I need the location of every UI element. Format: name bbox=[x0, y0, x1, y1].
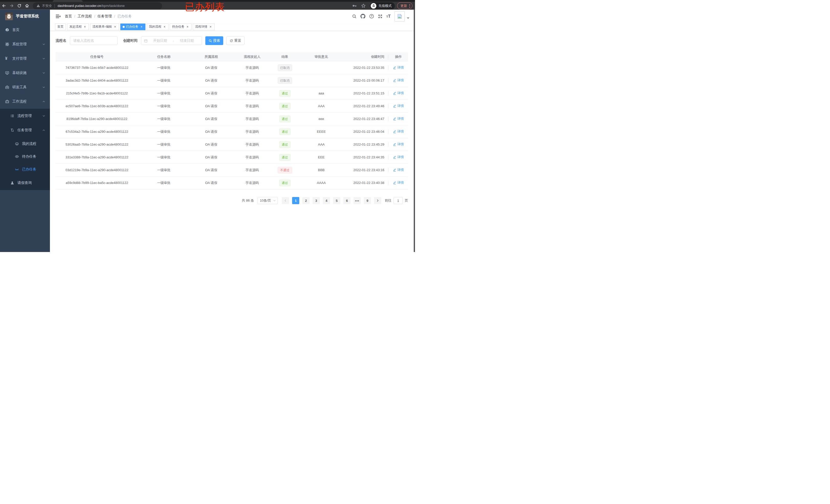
sidebar-item-我的流程[interactable]: 我的流程 bbox=[0, 137, 50, 150]
breadcrumb-item-工作流程[interactable]: 工作流程 bbox=[77, 14, 92, 19]
browser-menu-icon[interactable] bbox=[409, 4, 410, 8]
avatar-caret-icon[interactable] bbox=[407, 18, 409, 19]
reset-button[interactable]: 重置 bbox=[226, 36, 245, 45]
tab-发起流程[interactable]: 发起流程× bbox=[67, 24, 89, 30]
yen-icon: ¥ bbox=[5, 57, 9, 61]
url-divider bbox=[55, 4, 55, 8]
bookmark-star-icon[interactable] bbox=[361, 3, 366, 8]
cell-actions: 详情 bbox=[388, 104, 408, 108]
edit-pen-icon bbox=[393, 143, 396, 146]
process-name-input[interactable]: 请输入流程名 bbox=[70, 36, 118, 45]
breadcrumb-item-任务管理[interactable]: 任务管理 bbox=[98, 14, 112, 19]
sidebar-item-工作流程[interactable]: 工作流程 bbox=[0, 94, 50, 109]
github-icon[interactable] bbox=[360, 14, 365, 19]
detail-link[interactable]: 详情 bbox=[393, 116, 404, 121]
sidebar-item-基础设施[interactable]: 基础设施 bbox=[0, 66, 50, 80]
browser-forward-button[interactable] bbox=[8, 4, 15, 8]
tab-待办任务[interactable]: 待办任务× bbox=[170, 24, 191, 30]
password-key-icon[interactable] bbox=[352, 3, 357, 8]
tab-label: 首页 bbox=[57, 25, 63, 29]
tab-流程详情[interactable]: 流程详情× bbox=[193, 24, 215, 30]
detail-link[interactable]: 详情 bbox=[393, 129, 404, 134]
page-button-4[interactable]: 4 bbox=[323, 197, 330, 204]
sidebar-item-系统管理[interactable]: 系统管理 bbox=[0, 37, 50, 52]
page-size-select[interactable]: 10条/页 bbox=[258, 197, 278, 204]
avatar[interactable] bbox=[394, 11, 405, 22]
goto-page-input[interactable]: 1 bbox=[393, 197, 403, 204]
breadcrumb-item-首页[interactable]: 首页 bbox=[65, 14, 72, 19]
sidebar-item-研发工具[interactable]: 研发工具 bbox=[0, 80, 50, 94]
fullscreen-icon[interactable] bbox=[378, 14, 382, 19]
start-date-placeholder[interactable]: 开始日期 bbox=[148, 38, 172, 43]
sidebar-item-待办任务[interactable]: 待办任务 bbox=[0, 150, 50, 163]
end-date-placeholder[interactable]: 结束日期 bbox=[174, 38, 199, 43]
window-scrollbar[interactable] bbox=[414, 10, 415, 252]
tab-流程表单-编辑[interactable]: 流程表单-编辑× bbox=[90, 24, 119, 30]
cell-opinion: aaa bbox=[298, 91, 344, 95]
tab-close-icon[interactable]: × bbox=[114, 25, 117, 28]
svg-text:?: ? bbox=[371, 15, 372, 18]
address-bar[interactable]: 不安全 dashboard.yudao.iocoder.cn/bpm/task/… bbox=[33, 2, 162, 9]
page-ellipsis[interactable]: ••• bbox=[354, 197, 361, 204]
next-page-button[interactable] bbox=[374, 197, 381, 204]
tab-我的流程[interactable]: 我的流程× bbox=[147, 24, 168, 30]
sidebar-item-流程管理[interactable]: 流程管理 bbox=[0, 109, 50, 123]
detail-link[interactable]: 详情 bbox=[393, 91, 404, 95]
sidebar-item-首页[interactable]: 首页 bbox=[0, 23, 50, 37]
prev-page-button[interactable] bbox=[282, 197, 289, 204]
detail-link[interactable]: 详情 bbox=[393, 155, 404, 159]
detail-link[interactable]: 详情 bbox=[393, 78, 404, 82]
sidebar-item-label: 我的流程 bbox=[22, 141, 36, 146]
detail-link[interactable]: 详情 bbox=[393, 104, 404, 108]
detail-link[interactable]: 详情 bbox=[393, 180, 404, 185]
tab-close-icon[interactable]: × bbox=[209, 25, 212, 28]
cell-result: 通过 bbox=[272, 103, 298, 109]
help-icon[interactable]: ? bbox=[369, 14, 374, 19]
cell-actions: 详情 bbox=[388, 91, 408, 96]
sidebar-item-已办任务[interactable]: 已办任务 bbox=[0, 163, 50, 176]
search-button[interactable]: 搜索 bbox=[205, 36, 223, 45]
page-button-9[interactable]: 9 bbox=[364, 197, 371, 204]
result-badge: 已取消 bbox=[278, 64, 292, 71]
cell-create-time: 2022-01-22 23:46:04 bbox=[344, 130, 388, 134]
cell-result: 不通过 bbox=[272, 167, 298, 173]
browser-home-button[interactable] bbox=[23, 4, 31, 8]
date-range-picker[interactable]: 开始日期 - 结束日期 bbox=[141, 36, 202, 45]
page-button-3[interactable]: 3 bbox=[313, 197, 320, 204]
tab-close-icon[interactable]: × bbox=[140, 25, 143, 28]
app-logo-row[interactable]: 芋道管理系统 bbox=[0, 10, 50, 23]
column-header-创建时间: 创建时间 bbox=[344, 55, 388, 59]
cell-task-name: 一级审批 bbox=[138, 155, 189, 160]
sidebar-item-任务管理[interactable]: 任务管理 bbox=[0, 123, 50, 137]
page-button-2[interactable]: 2 bbox=[302, 197, 310, 204]
table-row: 74736737-7b9b-11ec-b5b7-acde48001122一级审批… bbox=[56, 61, 408, 74]
browser-active-tab[interactable] bbox=[53, 0, 83, 2]
edit-pen-icon bbox=[393, 104, 396, 108]
sidebar-collapse-icon[interactable] bbox=[56, 14, 61, 19]
detail-link[interactable]: 详情 bbox=[393, 142, 404, 146]
sidebar-item-请假查询[interactable]: 请假查询 bbox=[0, 176, 50, 190]
app-title: 芋道管理系统 bbox=[16, 14, 39, 19]
browser-back-button[interactable] bbox=[0, 4, 8, 8]
detail-link[interactable]: 详情 bbox=[393, 168, 404, 172]
tab-close-icon[interactable]: × bbox=[83, 25, 87, 28]
done-task-table: 任务编号任务名称所属流程流程发起人结果审批意见创建时间操作74736737-7b… bbox=[56, 52, 408, 189]
insecure-warning-icon bbox=[36, 4, 40, 8]
table-row: ec507ae6-7b9a-11ec-b03b-acde48001122一级审批… bbox=[56, 100, 408, 112]
cell-process: OA 请假 bbox=[189, 91, 233, 96]
detail-link[interactable]: 详情 bbox=[393, 65, 404, 70]
page-button-1[interactable]: 1 bbox=[292, 197, 299, 204]
tab-首页[interactable]: 首页 bbox=[55, 24, 66, 30]
sidebar-item-支付管理[interactable]: ¥支付管理 bbox=[0, 52, 50, 66]
browser-reload-button[interactable] bbox=[15, 4, 23, 8]
sidebar-item-label: 工作流程 bbox=[12, 99, 27, 104]
tab-close-icon[interactable]: × bbox=[186, 25, 189, 28]
tab-已办任务[interactable]: 已办任务× bbox=[120, 24, 146, 30]
page-button-5[interactable]: 5 bbox=[333, 197, 340, 204]
page-button-6[interactable]: 6 bbox=[343, 197, 350, 204]
search-icon[interactable] bbox=[352, 14, 357, 19]
tab-close-icon[interactable]: × bbox=[163, 25, 166, 28]
font-size-icon[interactable]: TT bbox=[386, 14, 391, 19]
tab-label: 流程表单-编辑 bbox=[92, 25, 112, 29]
browser-update-button[interactable]: 更新 bbox=[397, 2, 412, 9]
